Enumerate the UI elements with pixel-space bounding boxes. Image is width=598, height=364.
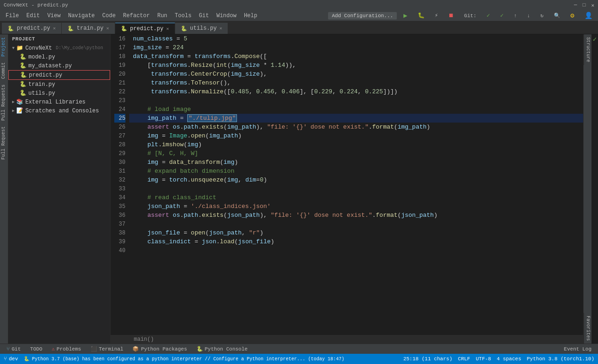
python-packages-tab[interactable]: 📦 Python Packages <box>128 345 191 353</box>
coverage-btn[interactable]: ⚡ <box>431 12 442 19</box>
terminal-tab[interactable]: ⬛ Terminal <box>86 345 128 353</box>
packages-icon: 📦 <box>132 346 139 352</box>
problems-tab[interactable]: ⚠ Problems <box>47 345 85 353</box>
py-file-icon3: 🐍 <box>20 72 27 78</box>
line-ending[interactable]: CRLF <box>458 356 470 362</box>
menu-item-refactor[interactable]: Refactor <box>119 13 154 19</box>
tab-close-active[interactable]: ✕ <box>166 26 169 32</box>
git-tab[interactable]: ⑂ Git <box>2 345 26 353</box>
tree-label-scratches: Scratches and Consoles <box>25 108 99 114</box>
project-panel-tab[interactable]: Project <box>0 34 8 59</box>
code-line-31: # expand batch dimension <box>129 167 583 176</box>
encoding[interactable]: UTF-8 <box>476 356 491 362</box>
tree-item-train[interactable]: 🐍 train.py <box>8 80 110 89</box>
event-log-btn[interactable]: Event Log <box>559 345 596 353</box>
menu-item-run[interactable]: Run <box>153 13 171 19</box>
menu-item-view[interactable]: View <box>44 13 65 19</box>
code-line-30: img = data_transform(img) <box>129 158 583 167</box>
project-tree: Project ▼ 📁 ConvNeXt D:\My_code\python 🐍… <box>8 34 111 344</box>
tree-label-train: train.py <box>28 81 55 88</box>
tree-item-model[interactable]: 🐍 model.py <box>8 52 110 61</box>
tree-path: D:\My_code\python <box>56 46 103 51</box>
git-push[interactable]: ↑ <box>510 13 521 19</box>
python-console-label: Python Console <box>205 346 248 352</box>
run-config-dropdown[interactable]: Add Configuration... <box>328 12 397 20</box>
indent-setting[interactable]: 4 spaces <box>497 356 521 362</box>
py-file-icon: 🐍 <box>20 53 26 60</box>
python-version[interactable]: Python 3.8 (torch1.10) <box>527 356 594 362</box>
menu-bar: File Edit View Navigate Code Refactor Ru… <box>0 10 598 21</box>
check-icon: ✓ <box>593 35 597 43</box>
code-line-34: # read class_indict <box>129 193 583 202</box>
python-packages-label: Python Packages <box>141 346 187 352</box>
tab-close-train[interactable]: ✕ <box>106 26 109 31</box>
stop-btn[interactable]: ⏹ <box>445 12 458 19</box>
menu-item-window[interactable]: Window <box>213 13 240 19</box>
code-content[interactable]: num_classes = 5 img_size = 224 data_tran… <box>129 34 583 334</box>
git-pull[interactable]: ↓ <box>523 13 534 19</box>
debug-btn[interactable]: 🐛 <box>414 12 428 19</box>
right-panel-strip: Structure Favorites <box>583 34 591 344</box>
pull-requests-tab[interactable]: Pull Requests <box>0 82 8 124</box>
tree-label-model: model.py <box>28 54 55 60</box>
menu-item-navigate[interactable]: Navigate <box>64 13 99 19</box>
code-line-35: json_path = './class_indices.json' <box>129 202 583 211</box>
maximize-btn[interactable]: □ <box>583 2 586 8</box>
git-branch-status[interactable]: ⑂ dev <box>4 356 18 362</box>
menu-item-help[interactable]: Help <box>240 13 261 19</box>
code-line-33 <box>129 184 583 193</box>
menu-item-git[interactable]: Git <box>195 13 213 19</box>
code-editor: 16 17 18 19 20 21 22 23 24 25 26 27 28 2… <box>111 34 583 344</box>
tree-item-external[interactable]: ▶ 📚 External Libraries <box>8 98 110 106</box>
menu-item-code[interactable]: Code <box>99 13 119 19</box>
scratches-icon: 📝 <box>16 107 23 114</box>
menu-item-edit[interactable]: Edit <box>23 13 44 19</box>
tree-item-predict[interactable]: 🐍 predict.py <box>8 70 110 80</box>
commit-panel-tab[interactable]: Commit <box>0 59 8 82</box>
minimize-btn[interactable]: ─ <box>574 2 577 8</box>
py-icon-active: 🐍 <box>121 26 127 32</box>
expand-icon: ▼ <box>12 46 14 51</box>
tree-item-dataset[interactable]: 🐍 my_dataset.py <box>8 61 110 70</box>
structure-tab[interactable]: Structure <box>584 34 591 65</box>
file-tab-utils[interactable]: 🐍 utils.py ✕ <box>175 23 229 34</box>
search-btn[interactable]: 🔍 <box>550 13 564 19</box>
code-line-18: data_transform = transforms.Compose([ <box>129 52 583 61</box>
py-file-icon5: 🐍 <box>20 90 26 97</box>
tree-item-convnext[interactable]: ▼ 📁 ConvNeXt D:\My_code\python <box>8 44 110 52</box>
full-request-tab[interactable]: Full Request <box>0 124 8 162</box>
tree-label-convnext: ConvNeXt <box>25 45 52 52</box>
todo-tab[interactable]: TODO <box>26 345 47 353</box>
git-refresh[interactable]: ↻ <box>537 13 547 19</box>
problems-icon: ⚠ <box>52 346 55 352</box>
tab-close-utils[interactable]: ✕ <box>219 26 222 31</box>
code-line-19: ◆ [transforms.Resize(int(img_size * 1.14… <box>129 61 583 70</box>
code-line-25[interactable]: img_path = "./tulip.jpg" <box>129 114 583 123</box>
code-line-22: ◆ transforms.Normalize([0.485, 0.456, 0.… <box>129 87 583 96</box>
profile-icon[interactable]: 👤 <box>581 12 596 20</box>
git-branch-icon: ⑂ <box>7 346 10 352</box>
run-btn[interactable]: ▶ <box>400 12 411 20</box>
folder-icon: 📁 <box>16 45 23 52</box>
close-btn[interactable]: ✕ <box>591 2 594 8</box>
todo-tab-label: TODO <box>30 346 42 352</box>
file-tab-predict1[interactable]: 🐍 predict.py ✕ <box>2 23 62 34</box>
tab-close[interactable]: ✕ <box>53 26 56 31</box>
menu-item-file[interactable]: File <box>2 13 23 19</box>
tree-item-utils[interactable]: 🐍 utils.py <box>8 89 110 98</box>
menu-item-tools[interactable]: Tools <box>171 13 195 19</box>
code-line-17: img_size = 224 <box>129 43 583 52</box>
tree-item-scratches[interactable]: ▶ 📝 Scratches and Consoles <box>8 106 110 115</box>
cursor-position[interactable]: 25:18 (11 chars) <box>403 356 453 362</box>
code-line-37 <box>129 220 583 228</box>
branch-icon: ⑂ <box>4 356 7 362</box>
tree-label-external: External Libraries <box>25 99 85 105</box>
settings-icon[interactable]: ⚙ <box>567 12 578 20</box>
python-interpreter-status[interactable]: 🐍 Python 3.7 (base) has been configured … <box>24 356 344 362</box>
python-console-tab[interactable]: 🐍 Python Console <box>192 345 252 353</box>
favorites-tab[interactable]: Favorites <box>584 313 591 344</box>
terminal-icon: ⬛ <box>91 346 97 352</box>
tab-label-active: predict.py <box>130 26 164 32</box>
file-tab-predict-active[interactable]: 🐍 predict.py ✕ <box>115 23 175 34</box>
file-tab-train[interactable]: 🐍 train.py ✕ <box>62 23 115 34</box>
